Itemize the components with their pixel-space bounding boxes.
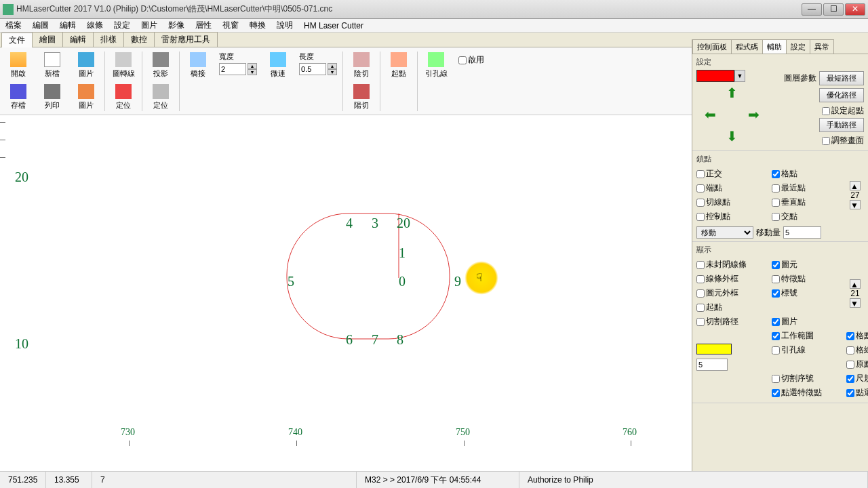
layer-color-dropdown[interactable]: ▼ (734, 70, 745, 82)
tab-laser-tools[interactable]: 雷射應用工具 (154, 32, 218, 47)
arrow-up-button[interactable]: ⬆ (722, 83, 741, 102)
near-checkbox[interactable] (772, 184, 780, 192)
menu-convert[interactable]: 轉換 (244, 18, 271, 33)
seldash-checkbox[interactable] (846, 389, 854, 397)
perp-checkbox[interactable] (772, 199, 780, 207)
rtab-setting[interactable]: 設定 (786, 39, 810, 54)
leadwire-checkbox[interactable] (772, 346, 780, 354)
arrow-down-button[interactable]: ⬇ (722, 127, 741, 146)
print-button[interactable]: 列印 (37, 82, 68, 113)
rotate-button[interactable]: 圖轉線 (108, 50, 139, 81)
yang-button[interactable]: 陽切 (346, 82, 377, 113)
menu-edit[interactable]: 編輯 (54, 18, 81, 33)
img-checkbox[interactable] (772, 318, 780, 326)
length-up[interactable]: ▲ (328, 63, 337, 69)
origin-button[interactable]: 起點 (383, 50, 414, 81)
tab-draw[interactable]: 繪圖 (32, 32, 63, 47)
ctrl-checkbox[interactable] (696, 213, 705, 221)
width-down[interactable]: ▼ (248, 69, 257, 75)
menu-file[interactable]: 檔案 (0, 18, 27, 33)
adjust-checkbox[interactable] (822, 137, 830, 145)
open-checkbox[interactable] (696, 261, 705, 269)
menu-layer[interactable]: 層性 (190, 18, 217, 33)
rtab-control[interactable]: 控制面板 (692, 39, 732, 54)
bridge-button[interactable]: 橋接 (182, 50, 214, 81)
enable-checkbox[interactable] (458, 56, 467, 64)
arrow-right-button[interactable]: ➡ (744, 105, 763, 124)
optimize-path-button[interactable]: 優化路徑 (819, 88, 864, 102)
gpts-checkbox[interactable] (846, 332, 854, 340)
tab-nc[interactable]: 數控 (123, 32, 155, 47)
set-origin-checkbox[interactable] (822, 107, 830, 115)
close-button[interactable]: ✕ (845, 3, 865, 16)
entity-checkbox[interactable] (772, 261, 780, 269)
menu-image[interactable]: 圖片 (136, 18, 163, 33)
ruler-y-10: 10 (15, 336, 28, 352)
mark-checkbox[interactable] (772, 289, 780, 298)
maximize-button[interactable]: ☐ (823, 3, 844, 16)
menu-photo[interactable]: 影像 (163, 18, 190, 33)
menu-help[interactable]: 說明 (271, 18, 298, 33)
screen-button[interactable]: 定位 (145, 82, 176, 113)
lead-button[interactable]: 引孔線 (420, 50, 452, 81)
open-button[interactable]: 開啟 (3, 50, 34, 81)
frame-checkbox[interactable] (696, 275, 705, 283)
tab-edit[interactable]: 編輯 (62, 32, 94, 47)
rtab-code[interactable]: 程式碼 (731, 39, 763, 54)
workarea-checkbox[interactable] (772, 332, 780, 340)
micro-button[interactable]: 微連 (262, 50, 294, 81)
ortho-checkbox[interactable] (696, 170, 705, 178)
menu-setting[interactable]: 設定 (108, 18, 136, 33)
length-down[interactable]: ▼ (328, 69, 337, 75)
ruler-checkbox[interactable] (846, 375, 854, 383)
width-input[interactable] (219, 63, 246, 75)
move-amt-input[interactable] (783, 226, 821, 239)
tan-checkbox[interactable] (696, 199, 705, 207)
feat-checkbox[interactable] (772, 275, 780, 283)
rtab-assist[interactable]: 輔助 (762, 39, 787, 54)
rtab-error[interactable]: 異常 (810, 39, 834, 54)
disp-scroll-up[interactable]: ▲ (850, 279, 861, 289)
menu-draw[interactable]: 編圖 (27, 18, 54, 33)
grid-checkbox[interactable] (772, 170, 780, 178)
glines-input[interactable] (696, 359, 728, 371)
manual-path-button[interactable]: 手動路徑 (819, 118, 864, 132)
minimize-button[interactable]: — (802, 3, 822, 16)
end-checkbox[interactable] (696, 184, 705, 192)
tab-file[interactable]: 文件 (1, 33, 33, 47)
length-input[interactable] (299, 63, 326, 75)
glines-checkbox[interactable] (846, 346, 854, 354)
cutseq-checkbox[interactable] (772, 375, 780, 383)
snap-scroll-down[interactable]: ▼ (850, 200, 861, 209)
yin-button[interactable]: 陰切 (346, 50, 377, 81)
picture-button[interactable]: 圖片 (71, 50, 102, 81)
node-4: 4 (346, 216, 353, 231)
menu-hmlaser[interactable]: HM Laser Cutter (298, 20, 369, 32)
width-up[interactable]: ▲ (248, 63, 257, 69)
shortest-path-button[interactable]: 最短路徑 (819, 71, 864, 85)
right-panel: 控制面板 程式碼 輔助 設定 異常 設定 ▼ ⬆ ⬅ ➡ ⬇ 圖層參數最短路徑 … (692, 39, 868, 471)
menu-line[interactable]: 線條 (81, 18, 108, 33)
canvas-area[interactable]: 20 10 4 3 20 1 0 5 9 6 7 8 ☟ 730 740 750… (0, 115, 692, 471)
new-button[interactable]: 新檔 (37, 50, 68, 81)
orig-checkbox[interactable] (846, 361, 854, 369)
project-button[interactable]: 投影 (145, 50, 176, 81)
selfeat-checkbox[interactable] (772, 389, 780, 397)
eframe-checkbox[interactable] (696, 289, 705, 298)
inter-checkbox[interactable] (772, 213, 780, 221)
snap-scroll-up[interactable]: ▲ (850, 181, 861, 190)
start-checkbox[interactable] (696, 304, 705, 312)
picture2-button[interactable]: 圖片 (71, 82, 102, 113)
tab-nest[interactable]: 排樣 (93, 32, 124, 47)
pin-button[interactable]: 定位 (108, 82, 139, 113)
grid-color-swatch[interactable] (696, 344, 732, 354)
disp-scroll-down[interactable]: ▼ (850, 298, 861, 308)
arrow-left-button[interactable]: ⬅ (701, 105, 719, 124)
menu-window[interactable]: 視窗 (217, 18, 244, 33)
layer-color-swatch[interactable] (696, 70, 734, 82)
move-select[interactable]: 移動 (696, 226, 753, 239)
status-x: 751.235 (0, 472, 46, 488)
cutpath-checkbox[interactable] (696, 318, 705, 326)
lead-icon (428, 52, 444, 67)
save-button[interactable]: 存檔 (3, 82, 34, 113)
